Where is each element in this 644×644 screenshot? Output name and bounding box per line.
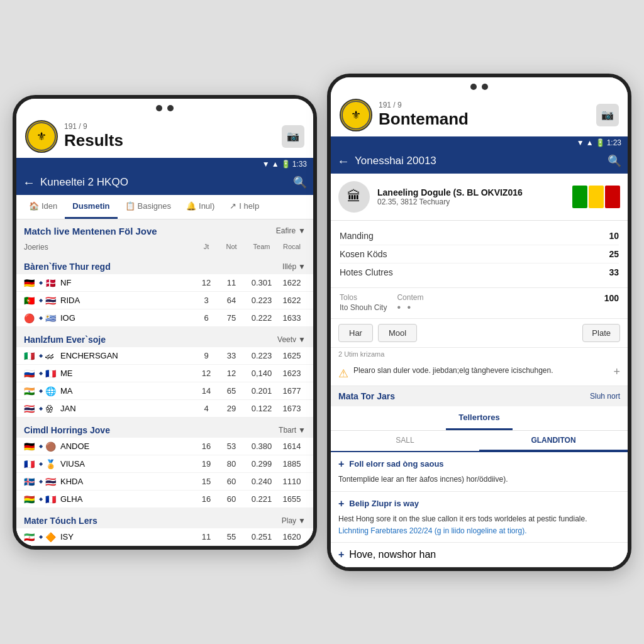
group-filter-4[interactable]: Play ▼ (282, 516, 306, 525)
row-not: 60 (218, 477, 245, 486)
row-team: 0.223 (245, 296, 278, 305)
search-icon-right[interactable]: 🔍 (608, 154, 621, 168)
row-num: 15 (195, 477, 218, 486)
tab-inul[interactable]: 🔔 Inul) (179, 195, 222, 219)
warning-icon: ⚠ (338, 367, 348, 380)
tab-iden[interactable]: 🏠 Iden (21, 195, 65, 219)
row-not: 55 (218, 532, 245, 541)
inner-sub-tabs: SALL GLANDITON (331, 431, 628, 452)
row-rocal: 1655 (278, 494, 306, 504)
team-name: NF (60, 278, 71, 287)
tab-dusmetin[interactable]: Dusmetin (65, 195, 117, 219)
right-phone: ⚜ 191 / 9 Bontemand 📷 ▼ ▲ 🔋 1:23 ← Yones… (327, 74, 631, 571)
group-name-1: Bàren`five Thur regd (24, 262, 111, 272)
flag-color-block (572, 186, 620, 208)
phone-top-bar-right (331, 77, 628, 94)
status-icons-right: ▼ ▲ 🔋 1:23 (577, 138, 621, 147)
app-logo-inner-right: ⚜ (341, 101, 370, 130)
section-title: Match live Mentenen Föl Jove (24, 226, 157, 236)
expand-icon-1[interactable]: + (338, 458, 344, 470)
row-not: 80 (218, 459, 245, 469)
content-area-right: 🏛 Laneeling Dogule (S. BL OKVIZ016 02.35… (331, 174, 628, 567)
expand-icon-bottom[interactable]: + (338, 549, 344, 560)
app-title-left: Results (64, 131, 275, 150)
row-team: 0.201 (245, 386, 278, 396)
tab-basignes[interactable]: 📋 Basignes (118, 195, 179, 219)
nav-title-left: Kuneeltei 2 HKQO (40, 176, 288, 189)
row-teams: 🇧🇴 ◆ 🇫🇷 GLHA (24, 494, 195, 504)
row-rocal: 1625 (278, 351, 306, 360)
stat-value-hotes: 33 (609, 267, 619, 277)
group-filter-3[interactable]: Tbart ▼ (279, 426, 306, 435)
app-header-icon-right[interactable]: 📷 (596, 104, 619, 126)
sub-tab-sall[interactable]: SALL (331, 431, 479, 451)
flag1: 🇮🇸 (24, 477, 36, 486)
table-row: 🇩🇪 ◆ 🇩🇰 NF 12 11 0.301 1622 (16, 274, 313, 292)
diamond: ◆ (39, 280, 43, 286)
table-row: 🇫🇷 ◆ 🏅 VIUSA 19 80 0.299 1885 (16, 455, 313, 473)
sub-tab-glanditon[interactable]: GLANDITON (479, 431, 628, 451)
th-joeries: Joeries (24, 243, 195, 252)
group-filter-2[interactable]: Veetv ▼ (277, 335, 306, 344)
app-header-icon-left[interactable]: 📷 (282, 125, 304, 148)
row-num: 19 (195, 459, 218, 469)
org-name: Laneeling Dogule (S. BL OKVIZ016 (377, 187, 565, 197)
row-num: 12 (195, 369, 218, 378)
row-not: 75 (218, 313, 245, 323)
group-header-1: Bàren`five Thur regd Illép ▼ (16, 257, 313, 274)
row-not: 11 (218, 278, 245, 287)
row-team: 0.223 (245, 351, 278, 360)
location-label: Ito Shouh City (340, 303, 387, 312)
plate-button[interactable]: Plate (582, 324, 620, 342)
inner-tab-bar: Tellertores (331, 406, 628, 431)
row-teams: 🇮🇷 ◆ 🔶 ISY (24, 532, 195, 541)
row-teams: 🇮🇸 ◆ 🇹🇭 KHDA (24, 477, 195, 486)
expandable-body-2: Hest Hong sore it on the slue callon it … (338, 513, 620, 525)
bottom-item-label: Hove, nowshor han (349, 549, 436, 560)
har-button[interactable]: Har (338, 324, 373, 342)
search-icon-left[interactable]: 🔍 (293, 175, 307, 189)
tab-help[interactable]: ↗ I help (222, 195, 267, 219)
table-row: 🇷🇺 ◆ 🇫🇷 ME 12 12 0,140 1623 (16, 365, 313, 382)
expand-icon-2[interactable]: + (338, 498, 344, 509)
row-teams: 🇮🇳 ◆ 🌐 MA (24, 386, 195, 396)
wifi-icon: ▼ (262, 160, 270, 169)
diamond: ◆ (39, 406, 43, 411)
group-1-table: 🇩🇪 ◆ 🇩🇰 NF 12 11 0.301 1622 🇵🇹 ◆ 🇹🇭 RIDA (16, 274, 313, 327)
row-not: 12 (218, 369, 245, 378)
note-count: 2 Utim krizama (331, 348, 628, 360)
mool-button[interactable]: Mool (378, 324, 417, 342)
row-num: 6 (195, 313, 218, 323)
add-note-icon[interactable]: + (613, 365, 620, 379)
diamond: ◆ (39, 443, 43, 449)
time-display-left: 1:33 (292, 160, 307, 169)
stat-row-hotes: Hotes Clutres 33 (340, 264, 619, 281)
note-box: ⚠ Plearo slan duler vode. jiebdan;elg tà… (331, 360, 628, 386)
diamond: ◆ (39, 479, 43, 484)
table-row: 🇮🇸 ◆ 🇹🇭 KHDA 15 60 0.240 1110 (16, 473, 313, 491)
app-header-left: ⚜ 191 / 9 Results 📷 (16, 115, 313, 158)
table-row: 🇩🇪 ◆ 🟤 ANDOE 16 53 0.380 1614 (16, 438, 313, 455)
group-2-table: 🇮🇹 ◆ 🏎 ENCHERSGAN 9 33 0.223 1625 🇷🇺 ◆ 🇫… (16, 347, 313, 418)
team-name: ISY (60, 532, 74, 541)
row-team: 0.301 (245, 278, 278, 287)
row-not: 60 (218, 494, 245, 504)
team-name: VIUSA (60, 459, 85, 469)
back-button-right[interactable]: ← (337, 154, 350, 169)
inner-tab-tellertores[interactable]: Tellertores (446, 406, 513, 430)
app-title-right: Bontemand (379, 109, 590, 129)
table-row: 🇧🇴 ◆ 🇫🇷 GLHA 16 60 0.221 1655 (16, 491, 313, 508)
team-name: IOG (60, 313, 75, 323)
group-filter-1[interactable]: Illép ▼ (282, 262, 306, 271)
section-filter[interactable]: Eafire ▼ (276, 226, 306, 235)
row-team: 0.240 (245, 477, 278, 486)
expandable-link-2[interactable]: Lichnting Farebtares 202/24 (g in liido … (338, 526, 527, 535)
tolos-row: Tolos Ito Shouh City Contem • • 100 (340, 293, 619, 313)
org-sub: 02.35, 3812 Techuary (377, 197, 565, 206)
expandable-label-1: Foll elorr sad òng saous (349, 459, 443, 469)
nav-bar-left: ← Kuneeltei 2 HKQO 🔍 (16, 170, 313, 195)
back-button-left[interactable]: ← (23, 175, 35, 190)
mato-link[interactable]: Sluh nort (590, 392, 620, 401)
expandable-title-2: + Belip Zlupr is way (338, 498, 620, 509)
flag1: 🇹🇭 (24, 404, 36, 413)
